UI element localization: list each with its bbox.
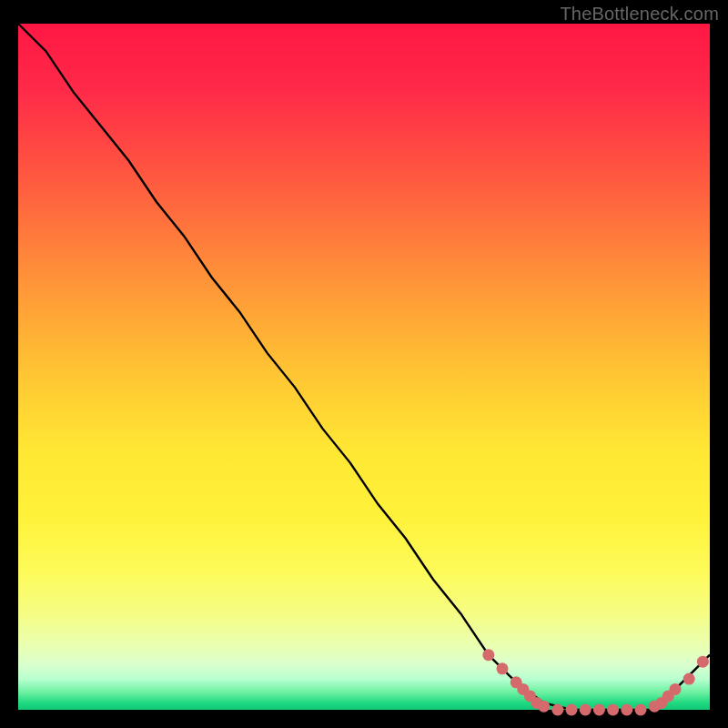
marker-dot <box>580 704 592 716</box>
marker-dot <box>538 701 550 713</box>
marker-dot <box>497 662 509 674</box>
marker-dot <box>482 649 494 661</box>
marker-dot <box>607 704 619 716</box>
marker-dot <box>551 704 563 716</box>
marker-dot <box>566 704 578 716</box>
plot-background <box>18 24 710 710</box>
chart-canvas <box>0 0 728 728</box>
marker-dot <box>621 704 632 716</box>
marker-dot <box>593 704 605 716</box>
watermark-text: TheBottleneck.com <box>560 4 719 25</box>
chart-stage: TheBottleneck.com <box>0 0 728 728</box>
marker-dot <box>670 683 682 695</box>
marker-dot <box>683 673 695 685</box>
marker-dot <box>635 704 647 716</box>
marker-dot <box>697 656 709 668</box>
